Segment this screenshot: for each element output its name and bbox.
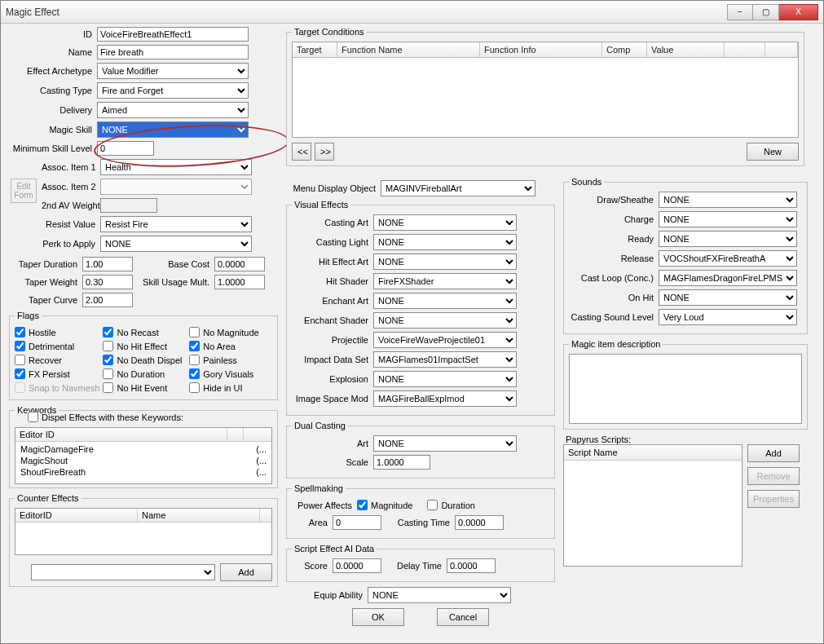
charge-select[interactable]: NONE: [659, 211, 797, 227]
flag-no-duration[interactable]: No Duration: [103, 368, 186, 379]
dual-scale-field[interactable]: [373, 455, 430, 470]
image-space-mod-select[interactable]: MAGFireBallExpImod: [373, 390, 517, 407]
flag-input-14[interactable]: [189, 382, 200, 393]
archetype-select[interactable]: Value Modifier: [97, 63, 249, 79]
equip-ability-select[interactable]: NONE: [368, 587, 511, 603]
tc-new-button[interactable]: New: [747, 143, 799, 161]
casting-time-field[interactable]: [455, 515, 504, 530]
flag-hostile[interactable]: Hostile: [15, 327, 99, 337]
delay-time-field[interactable]: [447, 558, 496, 573]
casting-art-select[interactable]: NONE: [373, 214, 517, 231]
maximize-button[interactable]: ▢: [753, 4, 779, 20]
cast-loop-select[interactable]: MAGFlamesDragonFireLPMSD: [659, 270, 797, 286]
label-casting-type: Casting Type: [9, 86, 97, 95]
ok-button[interactable]: OK: [352, 608, 404, 626]
casting-light-select[interactable]: NONE: [373, 234, 517, 250]
cancel-button[interactable]: Cancel: [437, 608, 489, 626]
magic-skill-select[interactable]: NONE: [97, 121, 249, 138]
flag-painless[interactable]: Painless: [189, 355, 272, 365]
assoc-item1-select[interactable]: Health: [100, 159, 252, 175]
dispel-keywords-input[interactable]: [28, 412, 38, 422]
dispel-keywords-checkbox[interactable]: Dispel Effects with these Keywords:: [28, 412, 272, 422]
keyword-item[interactable]: ShoutFireBreath(...: [19, 466, 268, 478]
flag-no-magnitude[interactable]: No Magnitude: [189, 327, 272, 337]
target-conditions-grid[interactable]: Target Function Name Function Info Comp …: [292, 42, 799, 138]
flag-fx-persist[interactable]: FX Persist: [15, 368, 99, 379]
casting-type-select[interactable]: Fire and Forget: [97, 82, 249, 99]
flag-hide-in-ui[interactable]: Hide in UI: [189, 382, 272, 393]
flag-no-hit-effect[interactable]: No Hit Effect: [103, 341, 186, 351]
flag-input-7[interactable]: [103, 355, 113, 365]
on-hit-select[interactable]: NONE: [659, 289, 797, 306]
flag-input-0[interactable]: [15, 327, 25, 337]
casting-sound-level-select[interactable]: Very Loud: [659, 309, 797, 325]
minimize-button[interactable]: −: [727, 4, 753, 20]
skill-usage-mult-field[interactable]: [214, 275, 265, 289]
flag-input-10[interactable]: [103, 368, 113, 379]
name-field[interactable]: [97, 45, 249, 60]
enchant-art-select[interactable]: NONE: [373, 293, 517, 309]
scripts-add-button[interactable]: Add: [747, 444, 800, 462]
tc-next-button[interactable]: >>: [315, 143, 334, 161]
ready-select[interactable]: NONE: [659, 231, 797, 247]
flag-label-10: No Duration: [117, 369, 165, 379]
flag-input-2[interactable]: [189, 327, 200, 337]
taper-curve-field[interactable]: [82, 293, 133, 307]
flag-detrimental[interactable]: Detrimental: [15, 341, 99, 351]
flag-input-11[interactable]: [189, 368, 200, 379]
resist-value-select[interactable]: Resist Fire: [100, 216, 252, 232]
duration-checkbox[interactable]: Duration: [427, 500, 475, 510]
flag-input-13[interactable]: [103, 382, 113, 393]
taper-duration-field[interactable]: [82, 257, 133, 271]
label-draw-sheathe: Draw/Sheathe: [569, 195, 659, 205]
label-taper-curve: Taper Curve: [9, 295, 82, 305]
duration-input[interactable]: [427, 500, 438, 510]
flag-input-9[interactable]: [15, 368, 25, 379]
area-field[interactable]: [333, 515, 381, 530]
flag-no-recast[interactable]: No Recast: [103, 327, 186, 337]
score-field[interactable]: [333, 558, 381, 573]
flag-input-8[interactable]: [189, 355, 200, 365]
dual-art-select[interactable]: NONE: [373, 435, 517, 452]
counter-effects-add-select[interactable]: [31, 564, 215, 580]
magnitude-input[interactable]: [357, 500, 368, 510]
perk-select[interactable]: NONE: [100, 236, 252, 252]
taper-weight-field[interactable]: [82, 275, 133, 289]
flag-input-5[interactable]: [189, 341, 200, 351]
tc-prev-button[interactable]: <<: [292, 143, 311, 161]
flag-gory-visuals[interactable]: Gory Visuals: [189, 368, 272, 379]
magic-item-description-textarea[interactable]: [569, 354, 802, 424]
flag-no-area[interactable]: No Area: [189, 341, 272, 351]
scripts-hscroll[interactable]: [563, 568, 742, 581]
id-field[interactable]: [97, 27, 249, 42]
delivery-select[interactable]: Aimed: [97, 102, 249, 118]
counter-effects-listbox[interactable]: EditorID Name: [15, 508, 272, 555]
projectile-select[interactable]: VoiceFireWaveProjectile01: [373, 332, 517, 348]
flag-no-hit-event[interactable]: No Hit Event: [103, 382, 186, 393]
counter-effects-add-button[interactable]: Add: [220, 563, 272, 581]
keyword-item[interactable]: MagicShout(...: [19, 455, 268, 466]
hit-effect-art-select[interactable]: NONE: [373, 254, 517, 270]
flag-no-death-dispel[interactable]: No Death Dispel: [103, 355, 186, 365]
keywords-listbox[interactable]: Editor ID MagicDamageFire(...MagicShout(…: [15, 427, 272, 484]
min-skill-field[interactable]: [97, 141, 154, 156]
close-button[interactable]: X: [779, 4, 818, 20]
label-taper-wgt: Taper Weight: [9, 277, 82, 287]
impact-data-set-select[interactable]: MAGFlames01ImpactSet: [373, 351, 517, 368]
explosion-select[interactable]: NONE: [373, 371, 517, 387]
keyword-item[interactable]: MagicDamageFire(...: [19, 443, 268, 455]
flag-input-3[interactable]: [15, 341, 25, 351]
draw-sheathe-select[interactable]: NONE: [659, 192, 797, 208]
scripts-listbox[interactable]: Script Name: [563, 444, 742, 567]
flag-input-4[interactable]: [103, 341, 113, 351]
flag-recover[interactable]: Recover: [15, 355, 99, 365]
magnitude-checkbox[interactable]: Magnitude: [357, 500, 412, 510]
hit-shader-select[interactable]: FireFXShader: [373, 273, 517, 289]
flag-input-1[interactable]: [103, 327, 113, 337]
base-cost-field[interactable]: [214, 257, 265, 271]
assoc-item2-select[interactable]: [100, 179, 252, 195]
enchant-shader-select[interactable]: NONE: [373, 312, 517, 329]
menu-display-select[interactable]: MAGINVFireballArt: [381, 180, 535, 196]
release-select[interactable]: VOCShoutFXFireBreathA: [659, 250, 797, 267]
flag-input-6[interactable]: [15, 355, 25, 365]
